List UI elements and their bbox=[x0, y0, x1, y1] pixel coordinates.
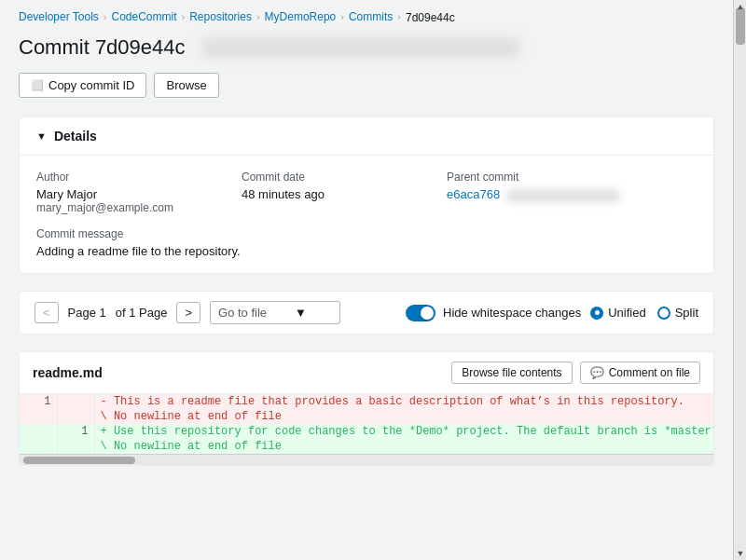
browse-file-contents-button[interactable]: Browse file contents bbox=[451, 362, 572, 384]
scroll-up-arrow[interactable]: ▲ bbox=[734, 0, 746, 13]
prev-icon: < bbox=[43, 306, 50, 320]
commit-message-section: Commit message Adding a readme file to t… bbox=[36, 227, 697, 258]
breadcrumb-item-commits[interactable]: Commits bbox=[349, 10, 393, 23]
diff-old-line-num bbox=[20, 424, 57, 439]
view-mode-radio-group: Unified Split bbox=[590, 306, 698, 320]
horizontal-scrollbar[interactable] bbox=[20, 454, 713, 465]
whitespace-label: Hide whitespace changes bbox=[443, 306, 581, 320]
parent-commit-link[interactable]: e6aca768 bbox=[447, 187, 500, 201]
breadcrumb: Developer Tools › CodeCommit › Repositor… bbox=[19, 0, 714, 28]
breadcrumb-item-codecommit[interactable]: CodeCommit bbox=[112, 10, 177, 23]
details-card-body: Author Mary Major mary_major@example.com… bbox=[20, 156, 713, 273]
page-title-row: Commit 7d09e44c bbox=[19, 35, 714, 60]
next-page-button[interactable]: > bbox=[176, 302, 200, 323]
title-blur-decoration bbox=[202, 37, 519, 58]
parent-commit-label: Parent commit bbox=[447, 171, 678, 184]
details-card: ▼ Details Author Mary Major mary_major@e… bbox=[19, 116, 714, 274]
diff-table: 1- This is a readme file that provides a… bbox=[20, 394, 713, 454]
prev-page-button[interactable]: < bbox=[35, 302, 59, 323]
diff-file-card: readme.md Browse file contents 💬 Comment… bbox=[19, 351, 714, 466]
breadcrumb-sep-2: › bbox=[182, 11, 186, 22]
parent-commit-value: e6aca768 bbox=[447, 187, 678, 202]
commit-date-value: 48 minutes ago bbox=[242, 187, 428, 201]
author-col: Author Mary Major mary_major@example.com bbox=[36, 171, 242, 214]
split-radio-option[interactable]: Split bbox=[657, 306, 698, 320]
table-row: 1- This is a readme file that provides a… bbox=[20, 394, 713, 409]
split-radio-circle bbox=[657, 307, 670, 320]
expand-icon: ▼ bbox=[36, 130, 47, 142]
diff-scroll-area[interactable]: 1- This is a readme file that provides a… bbox=[20, 394, 713, 454]
author-name: Mary Major bbox=[36, 187, 223, 201]
author-label: Author bbox=[36, 171, 223, 184]
copy-commit-button[interactable]: ⬜ Copy commit ID bbox=[19, 73, 146, 98]
breadcrumb-sep-3: › bbox=[256, 11, 260, 22]
table-row: 1+ Use this repository for code changes … bbox=[20, 424, 713, 439]
vertical-scrollbar[interactable]: ▲ ▼ bbox=[733, 0, 746, 560]
diff-new-line-num bbox=[57, 439, 94, 454]
table-row: \ No newline at end of file bbox=[20, 409, 713, 424]
commit-date-col: Commit date 48 minutes ago bbox=[242, 171, 447, 214]
diff-line-content: \ No newline at end of file bbox=[94, 409, 713, 424]
commit-message-label: Commit message bbox=[36, 227, 697, 240]
parent-commit-col: Parent commit e6aca768 bbox=[447, 171, 697, 214]
toggle-knob bbox=[421, 307, 434, 320]
table-row: \ No newline at end of file bbox=[20, 439, 713, 454]
breadcrumb-current: 7d09e44c bbox=[406, 11, 455, 24]
diff-old-line-num bbox=[20, 439, 57, 454]
diff-filename: readme.md bbox=[33, 365, 103, 380]
breadcrumb-item-repositories[interactable]: Repositories bbox=[189, 10, 252, 23]
commit-date-label: Commit date bbox=[242, 171, 428, 184]
unified-radio-circle bbox=[590, 307, 603, 320]
browse-button[interactable]: Browse bbox=[154, 73, 218, 98]
split-label: Split bbox=[675, 306, 698, 320]
goto-file-label: Go to file bbox=[218, 306, 267, 320]
scroll-down-arrow[interactable]: ▼ bbox=[734, 547, 746, 560]
diff-line-content: - This is a readme file that provides a … bbox=[94, 394, 713, 409]
dropdown-arrow-icon: ▼ bbox=[295, 306, 307, 320]
diff-line-content: + Use this repository for code changes t… bbox=[94, 424, 713, 439]
whitespace-toggle-row: Hide whitespace changes bbox=[406, 305, 581, 321]
author-email: mary_major@example.com bbox=[36, 201, 223, 214]
diff-old-line-num: 1 bbox=[20, 394, 57, 409]
breadcrumb-item-developer-tools[interactable]: Developer Tools bbox=[19, 10, 99, 23]
breadcrumb-sep-1: › bbox=[104, 11, 107, 22]
details-title: Details bbox=[54, 129, 97, 143]
unified-label: Unified bbox=[608, 306, 645, 320]
comment-icon: 💬 bbox=[590, 366, 604, 379]
page-text: Page 1 bbox=[68, 306, 106, 320]
scroll-thumb[interactable] bbox=[736, 7, 745, 45]
parent-commit-blur bbox=[507, 189, 619, 202]
action-buttons: ⬜ Copy commit ID Browse bbox=[19, 73, 714, 98]
diff-new-line-num bbox=[57, 409, 94, 424]
details-card-header[interactable]: ▼ Details bbox=[20, 117, 713, 156]
details-grid: Author Mary Major mary_major@example.com… bbox=[36, 171, 697, 214]
commit-message-value: Adding a readme file to the repository. bbox=[36, 244, 697, 258]
goto-file-select[interactable]: Go to file ▼ bbox=[210, 301, 340, 324]
diff-new-line-num: 1 bbox=[57, 424, 94, 439]
diff-old-line-num bbox=[20, 409, 57, 424]
page-title: Commit 7d09e44c bbox=[19, 35, 186, 60]
breadcrumb-item-mydemorepo[interactable]: MyDemoRepo bbox=[265, 10, 337, 23]
h-scrollbar-thumb[interactable] bbox=[23, 457, 135, 464]
diff-new-line-num bbox=[57, 394, 94, 409]
pagination-row: < Page 1 of 1 Page > Go to file ▼ Hide w… bbox=[19, 291, 714, 335]
of-page-text: of 1 Page bbox=[116, 306, 168, 320]
next-icon: > bbox=[185, 306, 192, 320]
diff-header-buttons: Browse file contents 💬 Comment on file bbox=[451, 362, 700, 384]
diff-line-content: \ No newline at end of file bbox=[94, 439, 713, 454]
unified-radio-option[interactable]: Unified bbox=[590, 306, 645, 320]
whitespace-toggle[interactable] bbox=[406, 305, 435, 321]
breadcrumb-sep-4: › bbox=[340, 11, 344, 22]
breadcrumb-sep-5: › bbox=[397, 11, 401, 22]
copy-icon: ⬜ bbox=[31, 79, 44, 91]
diff-card-header: readme.md Browse file contents 💬 Comment… bbox=[20, 352, 713, 394]
comment-on-file-button[interactable]: 💬 Comment on file bbox=[580, 362, 700, 384]
